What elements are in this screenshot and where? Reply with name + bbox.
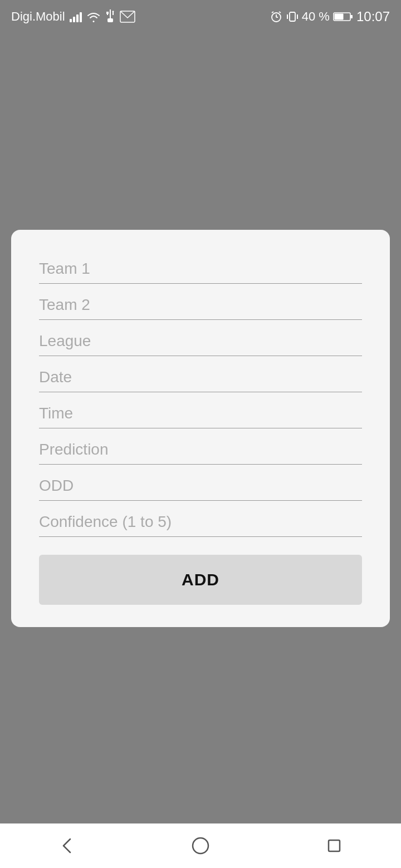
league-group (39, 324, 362, 356)
back-button[interactable] (50, 829, 84, 862)
date-input[interactable] (39, 361, 362, 392)
team1-input[interactable] (39, 252, 362, 284)
svg-point-17 (193, 838, 208, 854)
vibrate-icon (286, 10, 299, 23)
usb-icon (105, 9, 115, 24)
confidence-group (39, 505, 362, 537)
svg-line-10 (279, 12, 281, 13)
wifi-icon (86, 11, 101, 23)
status-bar: Digi.Mobil (0, 0, 401, 33)
svg-line-9 (272, 12, 273, 13)
battery-label: 40 % (302, 9, 330, 24)
alarm-icon (270, 10, 283, 23)
time-input[interactable] (39, 397, 362, 428)
odd-group (39, 469, 362, 501)
carrier-label: Digi.Mobil (11, 9, 65, 24)
status-bar-left: Digi.Mobil (11, 9, 135, 24)
add-button[interactable]: ADD (39, 555, 362, 605)
prediction-group (39, 433, 362, 465)
prediction-input[interactable] (39, 433, 362, 465)
recent-button[interactable] (317, 829, 351, 862)
svg-rect-16 (350, 15, 353, 18)
svg-rect-4 (106, 12, 109, 14)
svg-rect-15 (334, 14, 343, 20)
status-bar-right: 40 % 10:07 (270, 9, 390, 24)
home-button[interactable] (184, 829, 217, 862)
team2-input[interactable] (39, 288, 362, 320)
svg-rect-11 (290, 12, 295, 21)
team2-group (39, 288, 362, 320)
main-container: ADD (0, 33, 401, 823)
mail-icon (120, 11, 135, 23)
league-input[interactable] (39, 324, 362, 356)
signal-bars-icon (70, 11, 82, 22)
team1-group (39, 252, 362, 284)
svg-rect-1 (107, 18, 113, 22)
home-icon (190, 836, 211, 856)
confidence-input[interactable] (39, 505, 362, 537)
odd-input[interactable] (39, 469, 362, 501)
form-card: ADD (11, 230, 390, 627)
time-label: 10:07 (356, 9, 390, 24)
date-group (39, 361, 362, 392)
back-icon (57, 836, 77, 856)
time-group (39, 397, 362, 428)
battery-icon (333, 11, 353, 22)
svg-rect-18 (329, 840, 340, 851)
recent-icon (324, 836, 344, 856)
nav-bar (0, 823, 401, 868)
